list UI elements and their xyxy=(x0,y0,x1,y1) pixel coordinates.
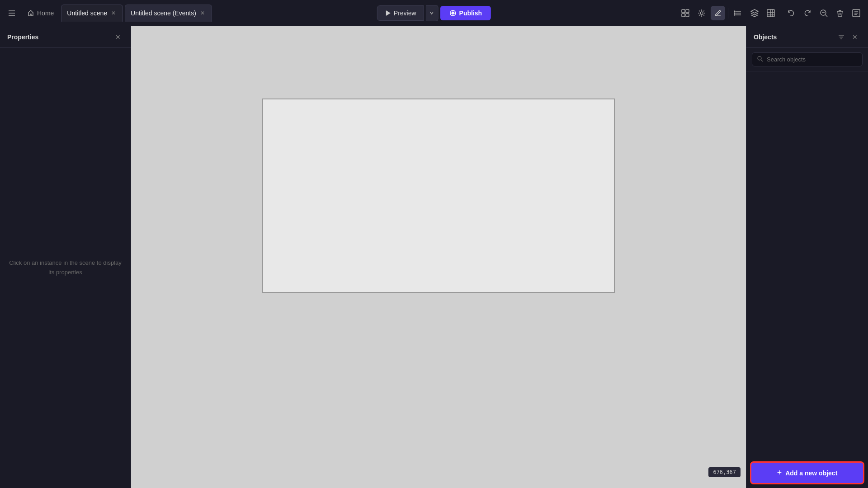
home-tab[interactable]: Home xyxy=(22,5,59,22)
preview-label: Preview xyxy=(394,9,416,17)
edit-icon-btn[interactable] xyxy=(711,6,725,20)
svg-rect-10 xyxy=(686,14,689,17)
topbar: Home Untitled scene ✕ Untitled scene (Ev… xyxy=(0,0,868,26)
toolbar-sep-1 xyxy=(728,8,728,19)
coords-display: 676,367 xyxy=(708,467,741,477)
objects-close-button[interactable]: ✕ xyxy=(849,31,861,43)
svg-rect-7 xyxy=(682,9,685,13)
add-object-label: Add a new object xyxy=(785,469,837,477)
objects-header-actions: ✕ xyxy=(835,31,861,43)
search-box xyxy=(752,52,863,66)
search-objects-input[interactable] xyxy=(767,56,858,63)
properties-empty-text: Click on an instance in the scene to dis… xyxy=(9,258,122,277)
search-container xyxy=(746,48,868,71)
scene-canvas xyxy=(262,99,615,293)
menu-button[interactable] xyxy=(5,6,19,20)
svg-line-38 xyxy=(761,60,763,62)
left-panel: Properties ✕ Click on an instance in the… xyxy=(0,26,131,488)
publish-button[interactable]: Publish xyxy=(440,6,491,20)
publish-label: Publish xyxy=(459,9,482,17)
add-object-button[interactable]: + Add a new object xyxy=(750,461,864,484)
layers-icon-btn[interactable] xyxy=(747,6,762,20)
home-tab-label: Home xyxy=(37,9,54,17)
properties-title: Properties xyxy=(7,33,38,41)
objects-filter-button[interactable] xyxy=(835,31,847,43)
svg-point-11 xyxy=(700,12,703,14)
svg-rect-8 xyxy=(686,9,689,13)
center-toolbar: Preview Publish xyxy=(377,5,491,21)
svg-point-17 xyxy=(734,13,735,14)
zoom-icon-btn[interactable] xyxy=(816,6,831,20)
toolbar-sep-2 xyxy=(781,8,781,19)
tab-bar: Home Untitled scene ✕ Untitled scene (Ev… xyxy=(22,5,675,22)
history-icon-btn[interactable] xyxy=(849,6,863,20)
objects-icon-btn[interactable] xyxy=(678,6,693,20)
events-tab-close[interactable]: ✕ xyxy=(199,9,206,17)
right-panel: Objects ✕ xyxy=(746,26,868,488)
preview-button[interactable]: Preview xyxy=(377,5,424,21)
scene-tab[interactable]: Untitled scene ✕ xyxy=(61,5,123,22)
svg-point-18 xyxy=(734,14,735,15)
svg-marker-3 xyxy=(386,10,391,16)
svg-rect-9 xyxy=(682,14,685,17)
objects-title: Objects xyxy=(754,33,777,41)
main-content: Properties ✕ Click on an instance in the… xyxy=(0,26,868,488)
objects-panel-header: Objects ✕ xyxy=(746,26,868,48)
properties-body: Click on an instance in the scene to dis… xyxy=(0,48,131,488)
events-tab[interactable]: Untitled scene (Events) ✕ xyxy=(125,5,212,22)
right-toolbar xyxy=(678,6,863,20)
add-icon: + xyxy=(777,468,782,478)
canvas-area[interactable]: 676,367 xyxy=(131,26,746,488)
preview-dropdown-button[interactable] xyxy=(426,5,439,21)
undo-icon-btn[interactable] xyxy=(784,6,798,20)
list-icon-btn[interactable] xyxy=(731,6,745,20)
svg-marker-19 xyxy=(751,9,758,13)
extensions-icon-btn[interactable] xyxy=(694,6,709,20)
grid-icon-btn[interactable] xyxy=(764,6,778,20)
redo-icon-btn[interactable] xyxy=(800,6,815,20)
properties-panel-header: Properties ✕ xyxy=(0,26,131,48)
properties-close-button[interactable]: ✕ xyxy=(113,32,123,42)
scene-tab-close[interactable]: ✕ xyxy=(110,9,117,17)
events-tab-label: Untitled scene (Events) xyxy=(131,9,196,17)
svg-line-26 xyxy=(826,15,827,17)
delete-icon-btn[interactable] xyxy=(833,6,847,20)
svg-rect-20 xyxy=(767,9,774,17)
objects-list xyxy=(746,71,868,458)
scene-tab-label: Untitled scene xyxy=(67,9,107,17)
svg-point-37 xyxy=(758,56,761,60)
svg-point-16 xyxy=(734,11,735,12)
search-icon xyxy=(757,56,763,63)
